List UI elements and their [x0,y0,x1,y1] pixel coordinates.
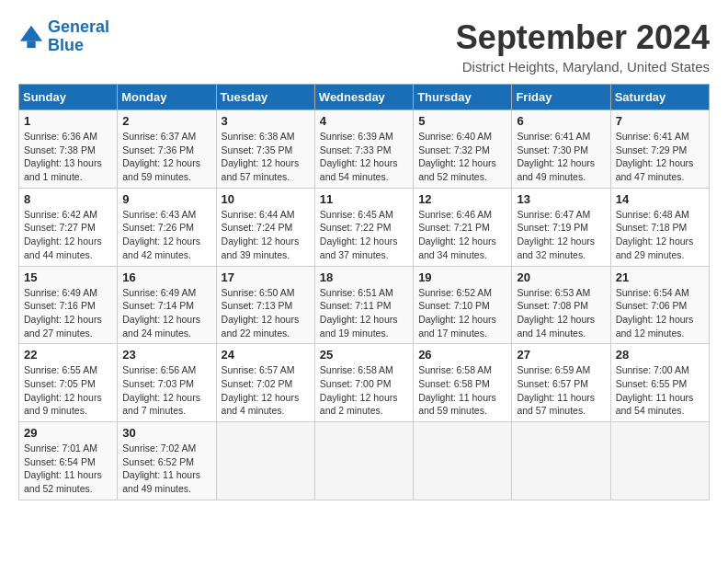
day-info: Sunrise: 6:50 AM Sunset: 7:13 PM Dayligh… [222,286,310,340]
calendar-cell: 30Sunrise: 7:02 AM Sunset: 6:52 PM Dayli… [118,422,216,500]
calendar-week-row: 1Sunrise: 6:36 AM Sunset: 7:38 PM Daylig… [19,110,710,189]
calendar-cell: 18Sunrise: 6:51 AM Sunset: 7:11 PM Dayli… [314,266,413,344]
day-number: 5 [418,114,506,128]
logo-text: General Blue [48,18,109,55]
day-info: Sunrise: 6:58 AM Sunset: 6:58 PM Dayligh… [418,363,506,418]
calendar-subtitle: District Heights, Maryland, United State… [456,59,710,75]
calendar-week-row: 8Sunrise: 6:42 AM Sunset: 7:27 PM Daylig… [19,188,710,266]
day-info: Sunrise: 6:41 AM Sunset: 7:30 PM Dayligh… [517,130,605,184]
day-number: 10 [222,192,310,206]
day-number: 17 [222,270,310,284]
day-number: 14 [616,192,704,206]
day-info: Sunrise: 6:57 AM Sunset: 7:02 PM Dayligh… [222,363,310,418]
day-number: 3 [222,114,310,128]
day-info: Sunrise: 6:42 AM Sunset: 7:27 PM Dayligh… [24,208,112,262]
header-cell-wednesday: Wednesday [314,85,413,110]
day-number: 18 [320,270,408,284]
day-number: 28 [616,348,704,362]
day-info: Sunrise: 6:54 AM Sunset: 7:06 PM Dayligh… [616,286,704,340]
calendar-cell: 29Sunrise: 7:01 AM Sunset: 6:54 PM Dayli… [19,422,118,500]
calendar-cell: 3Sunrise: 6:38 AM Sunset: 7:35 PM Daylig… [216,110,314,189]
calendar-cell: 23Sunrise: 6:56 AM Sunset: 7:03 PM Dayli… [118,344,216,422]
calendar-cell: 28Sunrise: 7:00 AM Sunset: 6:55 PM Dayli… [610,344,709,422]
day-number: 30 [122,426,210,440]
day-info: Sunrise: 6:48 AM Sunset: 7:18 PM Dayligh… [616,208,704,262]
calendar-cell [216,422,314,500]
header-cell-monday: Monday [118,85,216,110]
calendar-cell: 20Sunrise: 6:53 AM Sunset: 7:08 PM Dayli… [512,266,610,344]
calendar-cell: 25Sunrise: 6:58 AM Sunset: 7:00 PM Dayli… [314,344,413,422]
day-info: Sunrise: 6:37 AM Sunset: 7:36 PM Dayligh… [122,130,210,184]
day-info: Sunrise: 6:38 AM Sunset: 7:35 PM Dayligh… [222,130,310,184]
day-number: 1 [24,114,112,128]
day-number: 24 [222,348,310,362]
calendar-cell [512,422,610,500]
calendar-cell: 10Sunrise: 6:44 AM Sunset: 7:24 PM Dayli… [216,188,314,266]
calendar-cell: 26Sunrise: 6:58 AM Sunset: 6:58 PM Dayli… [414,344,512,422]
day-number: 22 [24,348,112,362]
calendar-cell: 16Sunrise: 6:49 AM Sunset: 7:14 PM Dayli… [118,266,216,344]
page-header: General Blue September 2024 District Hei… [18,18,710,75]
calendar-cell [414,422,512,500]
day-number: 7 [616,114,704,128]
day-info: Sunrise: 7:02 AM Sunset: 6:52 PM Dayligh… [122,442,210,496]
calendar-cell: 9Sunrise: 6:43 AM Sunset: 7:26 PM Daylig… [118,188,216,266]
day-info: Sunrise: 6:44 AM Sunset: 7:24 PM Dayligh… [222,208,310,262]
calendar-cell: 14Sunrise: 6:48 AM Sunset: 7:18 PM Dayli… [610,188,709,266]
day-info: Sunrise: 6:49 AM Sunset: 7:16 PM Dayligh… [24,286,112,340]
day-number: 8 [24,192,112,206]
day-info: Sunrise: 6:45 AM Sunset: 7:22 PM Dayligh… [320,208,408,262]
day-number: 23 [122,348,210,362]
calendar-cell [610,422,709,500]
day-number: 29 [24,426,112,440]
title-block: September 2024 District Heights, Marylan… [456,18,710,75]
day-info: Sunrise: 6:41 AM Sunset: 7:29 PM Dayligh… [616,130,704,184]
logo-line1: General [48,17,109,36]
day-number: 15 [24,270,112,284]
calendar-cell: 15Sunrise: 6:49 AM Sunset: 7:16 PM Dayli… [19,266,118,344]
day-info: Sunrise: 6:40 AM Sunset: 7:32 PM Dayligh… [418,130,506,184]
day-number: 16 [122,270,210,284]
day-info: Sunrise: 6:36 AM Sunset: 7:38 PM Dayligh… [24,130,112,184]
day-info: Sunrise: 6:43 AM Sunset: 7:26 PM Dayligh… [122,208,210,262]
header-cell-sunday: Sunday [19,85,118,110]
calendar-cell: 27Sunrise: 6:59 AM Sunset: 6:57 PM Dayli… [512,344,610,422]
calendar-cell: 12Sunrise: 6:46 AM Sunset: 7:21 PM Dayli… [414,188,512,266]
svg-rect-1 [27,40,35,47]
logo-icon [18,24,44,50]
day-number: 19 [418,270,506,284]
day-info: Sunrise: 6:55 AM Sunset: 7:05 PM Dayligh… [24,363,112,418]
day-number: 27 [517,348,605,362]
calendar-cell: 8Sunrise: 6:42 AM Sunset: 7:27 PM Daylig… [19,188,118,266]
calendar-week-row: 22Sunrise: 6:55 AM Sunset: 7:05 PM Dayli… [19,344,710,422]
day-number: 11 [320,192,408,206]
calendar-cell: 5Sunrise: 6:40 AM Sunset: 7:32 PM Daylig… [414,110,512,189]
day-number: 25 [320,348,408,362]
calendar-week-row: 15Sunrise: 6:49 AM Sunset: 7:16 PM Dayli… [19,266,710,344]
day-info: Sunrise: 6:56 AM Sunset: 7:03 PM Dayligh… [122,363,210,418]
calendar-cell: 7Sunrise: 6:41 AM Sunset: 7:29 PM Daylig… [610,110,709,189]
day-number: 6 [517,114,605,128]
header-cell-friday: Friday [512,85,610,110]
day-info: Sunrise: 6:49 AM Sunset: 7:14 PM Dayligh… [122,286,210,340]
day-info: Sunrise: 6:51 AM Sunset: 7:11 PM Dayligh… [320,286,408,340]
calendar-cell: 2Sunrise: 6:37 AM Sunset: 7:36 PM Daylig… [118,110,216,189]
calendar-cell: 24Sunrise: 6:57 AM Sunset: 7:02 PM Dayli… [216,344,314,422]
day-number: 9 [122,192,210,206]
calendar-cell [314,422,413,500]
day-number: 13 [517,192,605,206]
header-cell-tuesday: Tuesday [216,85,314,110]
day-number: 2 [122,114,210,128]
day-number: 26 [418,348,506,362]
calendar-cell: 13Sunrise: 6:47 AM Sunset: 7:19 PM Dayli… [512,188,610,266]
calendar-table: SundayMondayTuesdayWednesdayThursdayFrid… [18,84,710,500]
day-number: 20 [517,270,605,284]
day-info: Sunrise: 6:39 AM Sunset: 7:33 PM Dayligh… [320,130,408,184]
day-info: Sunrise: 6:53 AM Sunset: 7:08 PM Dayligh… [517,286,605,340]
header-cell-thursday: Thursday [414,85,512,110]
calendar-cell: 4Sunrise: 6:39 AM Sunset: 7:33 PM Daylig… [314,110,413,189]
header-cell-saturday: Saturday [610,85,709,110]
calendar-cell: 17Sunrise: 6:50 AM Sunset: 7:13 PM Dayli… [216,266,314,344]
calendar-week-row: 29Sunrise: 7:01 AM Sunset: 6:54 PM Dayli… [19,422,710,500]
day-number: 21 [616,270,704,284]
